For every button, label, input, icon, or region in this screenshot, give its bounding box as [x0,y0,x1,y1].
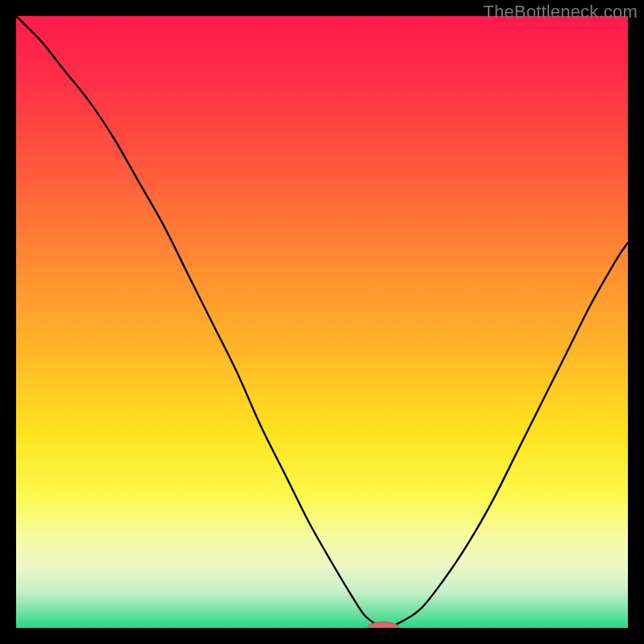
gradient-background [16,16,628,628]
bottleneck-chart [16,16,628,628]
watermark-text: TheBottleneck.com [483,2,638,23]
plot-area [16,16,628,628]
chart-frame: TheBottleneck.com [0,0,644,644]
